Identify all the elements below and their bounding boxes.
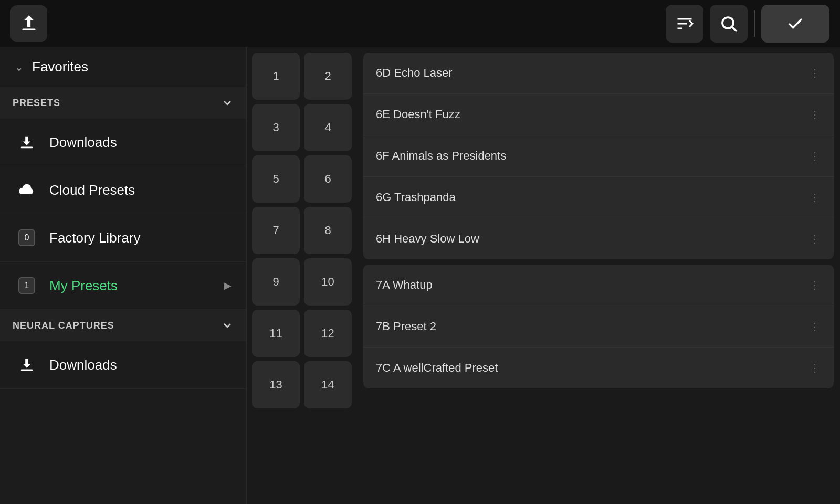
more-options-icon[interactable]: ⋮ — [810, 150, 821, 162]
check-icon — [786, 14, 805, 33]
download-icon — [15, 353, 39, 377]
download-icon — [15, 130, 39, 154]
sidebar-item-my-presets[interactable]: 1 My Presets ▶ — [0, 262, 246, 310]
chevron-down-icon: ⌄ — [15, 61, 24, 74]
list-group: 6D Echo Laser⋮6E Doesn't Fuzz⋮6F Animals… — [363, 52, 834, 259]
grid-cell[interactable]: 6 — [304, 155, 352, 203]
grid-cell[interactable]: 10 — [304, 258, 352, 306]
sidebar: ⌄ Favorites PRESETS Downloads — [0, 47, 247, 504]
main-content: ⌄ Favorites PRESETS Downloads — [0, 47, 840, 504]
presets-section-header[interactable]: PRESETS — [0, 87, 246, 119]
grid-cell[interactable]: 2 — [304, 52, 352, 100]
more-options-icon[interactable]: ⋮ — [810, 108, 821, 121]
grid-cell[interactable]: 3 — [252, 104, 300, 151]
downloads-neural-label: Downloads — [49, 357, 117, 373]
sidebar-item-favorites[interactable]: ⌄ Favorites — [0, 47, 246, 87]
my-presets-badge: 1 — [18, 277, 35, 294]
list-panel: 6D Echo Laser⋮6E Doesn't Fuzz⋮6F Animals… — [357, 47, 840, 504]
search-icon — [719, 14, 738, 33]
list-item-name: 6E Doesn't Fuzz — [376, 108, 460, 121]
grid-cell[interactable]: 7 — [252, 207, 300, 254]
my-presets-label: My Presets — [49, 278, 118, 294]
more-options-icon[interactable]: ⋮ — [810, 362, 821, 374]
header-left — [10, 5, 47, 42]
sort-icon — [675, 14, 694, 33]
folder-icon: 1 — [15, 274, 39, 298]
grid-cell[interactable]: 5 — [252, 155, 300, 203]
factory-badge: 0 — [18, 229, 35, 246]
list-item-name: 6D Echo Laser — [376, 66, 453, 80]
folder-icon: 0 — [15, 226, 39, 250]
neural-captures-section-header[interactable]: NEURAL CAPTURES — [0, 310, 246, 341]
list-item[interactable]: 6D Echo Laser⋮ — [363, 52, 834, 94]
grid-cell[interactable]: 11 — [252, 310, 300, 357]
sidebar-item-downloads-presets[interactable]: Downloads — [0, 119, 246, 166]
factory-library-label: Factory Library — [49, 230, 140, 246]
upload-button[interactable] — [10, 5, 47, 42]
chevron-right-icon: ▶ — [224, 280, 232, 291]
grid-cell[interactable]: 8 — [304, 207, 352, 254]
sort-button[interactable] — [666, 5, 704, 43]
grid-cell[interactable]: 1 — [252, 52, 300, 100]
list-item[interactable]: 6E Doesn't Fuzz⋮ — [363, 94, 834, 135]
grid-cell[interactable]: 14 — [304, 361, 352, 408]
svg-rect-6 — [21, 147, 33, 149]
chevron-down-icon — [221, 319, 234, 332]
chevron-down-icon — [221, 97, 234, 109]
svg-line-5 — [732, 27, 737, 32]
favorites-label: Favorites — [32, 59, 88, 75]
sidebar-item-cloud-presets[interactable]: Cloud Presets — [0, 166, 246, 214]
list-item-name: 6F Animals as Presidents — [376, 149, 506, 163]
grid-cell[interactable]: 13 — [252, 361, 300, 408]
list-item-name: 7C A wellCrafted Preset — [376, 361, 498, 375]
upload-icon — [19, 14, 39, 34]
grid-cell[interactable]: 4 — [304, 104, 352, 151]
check-button[interactable] — [761, 5, 830, 43]
grid-cell[interactable]: 9 — [252, 258, 300, 306]
grid-panel: 1234567891011121314 — [247, 47, 357, 504]
header-right — [666, 5, 830, 43]
more-options-icon[interactable]: ⋮ — [810, 191, 821, 204]
list-item[interactable]: 6G Trashpanda⋮ — [363, 177, 834, 218]
search-button[interactable] — [710, 5, 748, 43]
downloads-presets-label: Downloads — [49, 134, 117, 151]
list-item[interactable]: 7B Preset 2⋮ — [363, 306, 834, 348]
grid-cell[interactable]: 12 — [304, 310, 352, 357]
svg-point-4 — [722, 17, 733, 28]
header-divider — [754, 10, 755, 37]
sidebar-item-downloads-neural[interactable]: Downloads — [0, 341, 246, 389]
more-options-icon[interactable]: ⋮ — [810, 279, 821, 291]
sidebar-item-factory-library[interactable]: 0 Factory Library — [0, 214, 246, 262]
list-group: 7A Whatup⋮7B Preset 2⋮7C A wellCrafted P… — [363, 265, 834, 388]
more-options-icon[interactable]: ⋮ — [810, 67, 821, 79]
more-options-icon[interactable]: ⋮ — [810, 320, 821, 333]
list-item[interactable]: 7A Whatup⋮ — [363, 265, 834, 306]
list-item[interactable]: 6F Animals as Presidents⋮ — [363, 135, 834, 177]
more-options-icon[interactable]: ⋮ — [810, 233, 821, 245]
cloud-presets-label: Cloud Presets — [49, 182, 135, 198]
presets-section-label: PRESETS — [13, 98, 60, 109]
svg-rect-7 — [21, 370, 33, 371]
cloud-icon — [15, 178, 39, 202]
list-item-name: 7A Whatup — [376, 278, 433, 292]
svg-rect-0 — [22, 29, 35, 30]
neural-captures-label: NEURAL CAPTURES — [13, 320, 114, 331]
list-item[interactable]: 6H Heavy Slow Low⋮ — [363, 218, 834, 259]
list-item-name: 6G Trashpanda — [376, 191, 456, 204]
list-item[interactable]: 7C A wellCrafted Preset⋮ — [363, 348, 834, 388]
header — [0, 0, 840, 47]
list-item-name: 7B Preset 2 — [376, 320, 436, 333]
list-item-name: 6H Heavy Slow Low — [376, 232, 479, 246]
